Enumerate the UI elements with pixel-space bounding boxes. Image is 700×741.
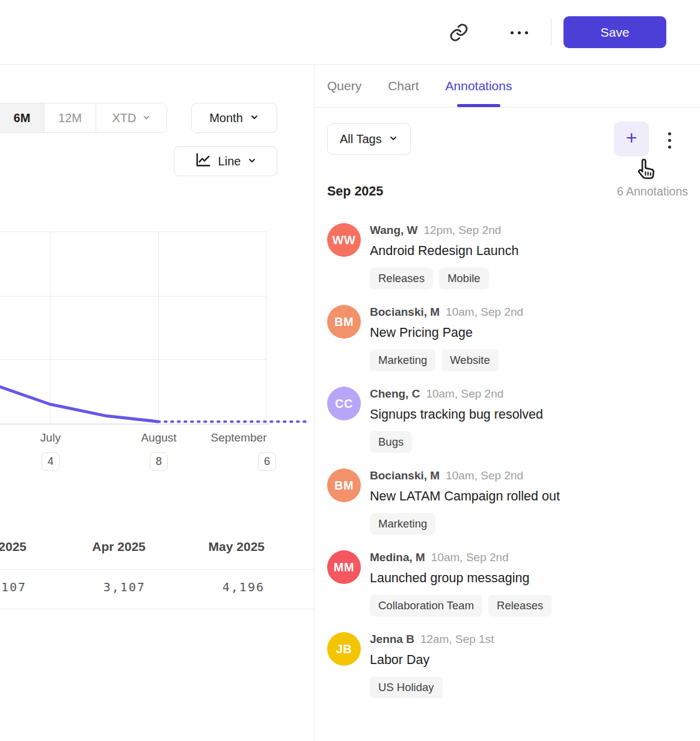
annotation-author: Medina, M: [370, 551, 425, 564]
x-axis-label-july: July: [40, 431, 61, 444]
avatar: BM: [327, 305, 361, 339]
annotation-author: Bocianski, M: [370, 469, 440, 482]
tag-pill[interactable]: Bugs: [370, 431, 412, 453]
annotations-count-label: 6 Annotations: [617, 185, 688, 198]
annotation-author: Bocianski, M: [370, 306, 440, 319]
section-month-label: Sep 2025: [327, 184, 383, 199]
avatar: CC: [327, 387, 361, 420]
tab-chart[interactable]: Chart: [388, 65, 419, 107]
annotation-author: Jenna B: [370, 633, 414, 646]
table-header-col2: Apr 2025: [92, 540, 146, 554]
annotation-title: Labor Day: [370, 650, 494, 671]
annotation-count-badge-july[interactable]: 4: [41, 452, 60, 471]
tag-pill[interactable]: Marketing: [370, 349, 435, 371]
chart-type-dropdown[interactable]: Line: [174, 146, 277, 176]
annotation-title: New LATAM Campaign rolled out: [370, 486, 560, 507]
chart-panel: 6M 12M XTD Month Line: [0, 65, 314, 741]
month-section-header-row: Sep 2025 6 Annotations: [327, 184, 688, 199]
annotation-body: Jenna B 12am, Sep 1st Labor Day US Holid…: [370, 632, 494, 698]
annotation-timestamp: 10am, Sep 2nd: [446, 469, 523, 482]
link-icon: [449, 22, 469, 45]
annotations-panel: Query Chart Annotations All Tags + Sep 2…: [314, 65, 700, 741]
avatar: JB: [327, 632, 361, 666]
table-divider: [0, 609, 314, 609]
avatar: BM: [327, 469, 361, 502]
annotation-item[interactable]: CC Cheng, C 10am, Sep 2nd Signups tracki…: [327, 387, 690, 453]
annotation-tags: Collaboration Team Releases: [370, 595, 551, 616]
annotation-tags: Marketing Website: [370, 349, 523, 371]
chevron-down-icon: [142, 111, 151, 125]
table-value-col3: 4,196: [223, 580, 265, 594]
annotation-author: Cheng, C: [370, 387, 420, 401]
range-xtd-label: XTD: [112, 111, 137, 125]
tag-pill[interactable]: Releases: [370, 268, 433, 289]
annotation-count-badge-august[interactable]: 8: [150, 452, 168, 471]
tag-pill[interactable]: Collaboration Team: [370, 595, 482, 616]
tag-pill[interactable]: Website: [441, 349, 499, 371]
range-xtd-button[interactable]: XTD: [96, 103, 167, 132]
annotation-body: Wang, W 12pm, Sep 2nd Android Redesign L…: [370, 223, 518, 289]
chevron-down-icon: [250, 111, 259, 125]
save-button[interactable]: Save: [563, 16, 666, 48]
tag-pill[interactable]: Releases: [488, 595, 551, 616]
range-12m-button[interactable]: 12M: [45, 103, 96, 132]
add-annotation-button[interactable]: +: [614, 121, 649, 156]
annotation-timestamp: 10am, Sep 2nd: [431, 551, 509, 564]
annotation-count-badge-september[interactable]: 6: [258, 452, 276, 471]
annotation-body: Medina, M 10am, Sep 2nd Launched group m…: [370, 550, 551, 616]
table-value-col1: 107: [1, 580, 26, 594]
hand-cursor-icon: [633, 156, 658, 183]
chart-type-label: Line: [218, 155, 241, 168]
annotation-title: New Pricing Page: [370, 322, 523, 343]
top-header: Save: [0, 0, 700, 65]
panel-menu-button[interactable]: [663, 130, 676, 150]
annotation-item[interactable]: MM Medina, M 10am, Sep 2nd Launched grou…: [327, 550, 690, 616]
all-tags-filter-dropdown[interactable]: All Tags: [327, 123, 411, 155]
table-value-col2: 3,107: [103, 580, 146, 594]
x-axis-label-august: August: [141, 431, 176, 444]
range-6m-button[interactable]: 6M: [0, 103, 45, 132]
annotation-tags: Releases Mobile: [370, 268, 518, 289]
active-tab-underline: [457, 104, 500, 107]
x-axis-label-september: September: [211, 431, 267, 444]
granularity-dropdown[interactable]: Month: [191, 103, 277, 133]
line-chart-icon: [194, 151, 212, 171]
annotation-timestamp: 10am, Sep 2nd: [446, 306, 523, 319]
annotation-body: Cheng, C 10am, Sep 2nd Signups tracking …: [370, 387, 543, 453]
annotation-item[interactable]: WW Wang, W 12pm, Sep 2nd Android Redesig…: [327, 223, 690, 289]
tab-query[interactable]: Query: [327, 65, 361, 107]
annotation-timestamp: 10am, Sep 2nd: [426, 387, 503, 401]
ellipsis-icon: [511, 31, 528, 34]
kebab-menu-icon: [668, 132, 671, 149]
table-header-col3: May 2025: [209, 540, 265, 554]
annotation-body: Bocianski, M 10am, Sep 2nd New LATAM Cam…: [370, 469, 560, 535]
annotation-title: Launched group messaging: [370, 568, 551, 589]
tab-annotations[interactable]: Annotations: [446, 65, 512, 107]
tag-pill[interactable]: Marketing: [370, 513, 435, 535]
annotation-title: Signups tracking bug resolved: [370, 404, 543, 425]
table-divider: [0, 569, 314, 570]
avatar: MM: [327, 550, 361, 584]
tab-annotations-label: Annotations: [446, 79, 512, 93]
annotation-tags: Marketing: [370, 513, 560, 535]
annotation-timestamp: 12am, Sep 1st: [420, 633, 494, 646]
annotations-list: WW Wang, W 12pm, Sep 2nd Android Redesig…: [327, 223, 690, 698]
panel-tabs: Query Chart Annotations: [315, 65, 700, 108]
date-range-selector: 6M 12M XTD: [0, 103, 167, 133]
annotation-item[interactable]: BM Bocianski, M 10am, Sep 2nd New LATAM …: [327, 469, 690, 535]
chevron-down-icon: [388, 132, 398, 146]
tag-pill[interactable]: US Holiday: [370, 677, 443, 698]
annotation-item[interactable]: BM Bocianski, M 10am, Sep 2nd New Pricin…: [327, 305, 690, 371]
trend-line-chart[interactable]: [0, 232, 314, 425]
tag-pill[interactable]: Mobile: [439, 268, 489, 289]
annotation-tags: Bugs: [370, 431, 543, 453]
avatar: WW: [327, 223, 361, 257]
header-divider: [551, 19, 551, 46]
annotation-timestamp: 12pm, Sep 2nd: [424, 224, 502, 237]
annotation-author: Wang, W: [370, 224, 418, 237]
annotation-tags: US Holiday: [370, 677, 494, 698]
copy-link-button[interactable]: [447, 22, 470, 45]
more-options-button[interactable]: [508, 24, 530, 41]
annotation-body: Bocianski, M 10am, Sep 2nd New Pricing P…: [370, 305, 523, 371]
annotation-item[interactable]: JB Jenna B 12am, Sep 1st Labor Day US Ho…: [327, 632, 690, 698]
